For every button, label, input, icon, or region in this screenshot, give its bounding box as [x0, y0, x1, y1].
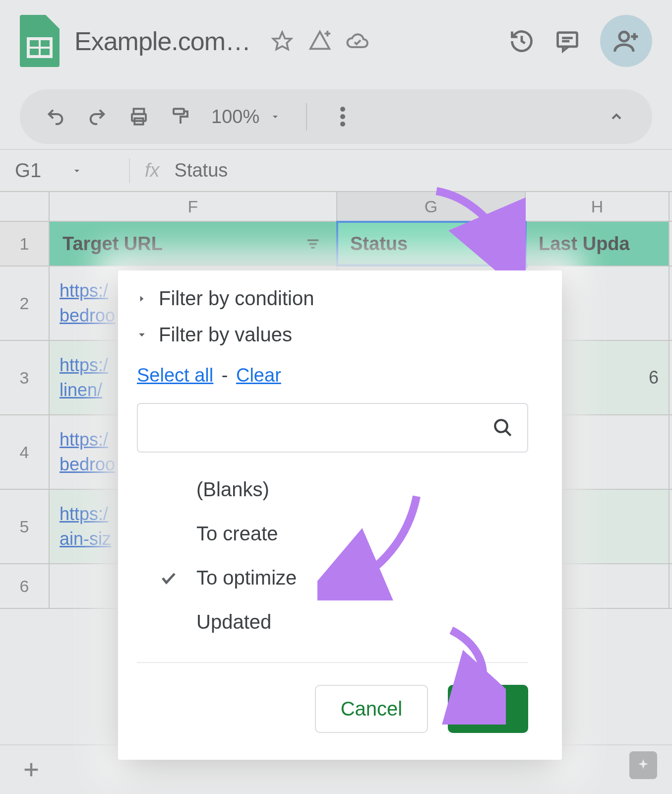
explore-button[interactable]	[629, 751, 657, 779]
undo-button[interactable]	[45, 106, 66, 128]
svg-rect-20	[498, 243, 505, 245]
column-header-g[interactable]: G	[337, 192, 526, 221]
formula-value[interactable]: Status	[175, 160, 228, 181]
row-header[interactable]: 4	[0, 415, 50, 489]
filter-icon-active[interactable]	[491, 233, 512, 254]
row-header[interactable]: 5	[0, 490, 50, 563]
name-box[interactable]: G1	[15, 159, 114, 182]
svg-rect-16	[307, 239, 319, 241]
header-cell-target-url[interactable]: Target URL	[50, 222, 337, 265]
column-header-f[interactable]: F	[50, 192, 337, 221]
row-header[interactable]: 6	[0, 564, 50, 608]
toolbar: 100%	[20, 89, 652, 144]
svg-rect-21	[499, 247, 503, 249]
collapse-toolbar-button[interactable]	[606, 106, 627, 128]
svg-line-23	[505, 430, 511, 436]
filter-bulk-links: Select all - Clear	[133, 353, 532, 403]
addons-icon[interactable]	[308, 29, 332, 53]
filter-value-option[interactable]: (Blanks)	[158, 467, 532, 512]
filter-icon[interactable]	[303, 233, 323, 254]
filter-value-option[interactable]: Updated	[158, 600, 532, 644]
svg-marker-0	[273, 32, 292, 49]
row-header[interactable]: 2	[0, 266, 50, 340]
filter-value-label: Updated	[196, 611, 271, 633]
search-icon	[492, 417, 513, 438]
url-link[interactable]: https:/linen/	[60, 353, 108, 403]
svg-rect-12	[174, 109, 184, 114]
formula-bar: G1 fx Status	[0, 149, 672, 191]
cancel-button[interactable]: Cancel	[315, 685, 428, 733]
svg-rect-19	[496, 239, 507, 241]
document-title[interactable]: Example.com…	[74, 26, 250, 56]
select-all-link[interactable]: Select all	[137, 365, 213, 386]
check-icon	[158, 567, 180, 589]
history-icon[interactable]	[509, 28, 535, 54]
svg-point-15	[340, 122, 345, 127]
svg-rect-18	[311, 247, 315, 249]
paint-format-button[interactable]	[170, 106, 191, 128]
filter-value-option[interactable]: To optimize	[158, 556, 532, 600]
url-link[interactable]: https:/bedroo	[60, 427, 115, 477]
row-header[interactable]: 3	[0, 341, 50, 414]
star-icon[interactable]	[270, 29, 294, 53]
url-link[interactable]: https:/ain-siz	[60, 502, 111, 552]
svg-rect-3	[558, 32, 577, 46]
filter-search-input[interactable]	[137, 403, 528, 453]
filter-by-condition-toggle[interactable]: Filter by condition	[133, 280, 532, 317]
column-header-h[interactable]: H	[526, 192, 670, 221]
svg-point-13	[340, 107, 345, 112]
filter-value-label: (Blanks)	[196, 478, 269, 501]
row-header-1[interactable]: 1	[0, 222, 50, 265]
header-cell-status[interactable]: Status	[337, 222, 526, 265]
clear-link[interactable]: Clear	[236, 365, 281, 386]
check-icon	[158, 523, 180, 545]
url-link[interactable]: https:/bedroo	[60, 278, 115, 329]
add-sheet-button[interactable]	[20, 758, 43, 781]
cloud-saved-icon[interactable]	[346, 29, 369, 53]
title-bar: Example.com…	[0, 0, 672, 77]
svg-rect-17	[309, 243, 317, 245]
header-cell-last-updated[interactable]: Last Upda	[526, 222, 670, 265]
filter-popup: Filter by condition Filter by values Sel…	[118, 270, 562, 760]
svg-point-22	[495, 420, 507, 432]
table-header-row: 1 Target URL Status Last Upda	[0, 222, 672, 266]
svg-point-14	[340, 114, 345, 119]
comments-icon[interactable]	[554, 28, 580, 54]
select-all-corner[interactable]	[0, 192, 50, 221]
filter-value-label: To create	[196, 523, 278, 545]
filter-value-label: To optimize	[196, 567, 297, 589]
check-icon	[158, 479, 180, 501]
print-button[interactable]	[128, 106, 150, 128]
filter-value-option[interactable]: To create	[158, 512, 532, 556]
ok-button[interactable]: OK	[448, 685, 528, 733]
svg-point-6	[619, 32, 629, 41]
zoom-dropdown[interactable]: 100%	[211, 106, 281, 128]
fx-label: fx	[145, 160, 160, 181]
check-icon	[158, 611, 180, 633]
sheets-logo[interactable]	[20, 15, 60, 67]
redo-button[interactable]	[86, 106, 108, 128]
share-button[interactable]	[600, 15, 652, 67]
filter-by-values-toggle[interactable]: Filter by values	[133, 317, 532, 353]
more-menu[interactable]	[332, 106, 354, 128]
